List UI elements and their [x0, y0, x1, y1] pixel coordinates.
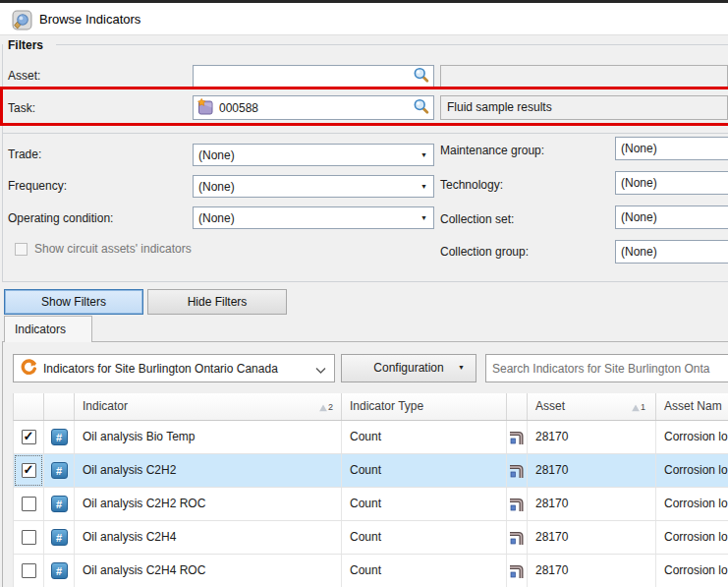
- header-icon-column[interactable]: [44, 393, 75, 420]
- table-row[interactable]: # Oil analysis C2H4 Count 28170 Corrosio…: [13, 521, 728, 555]
- asset-elbow-icon: [507, 488, 528, 520]
- collection-group-dropdown[interactable]: (None): [615, 240, 728, 264]
- row-checkbox-cell[interactable]: [14, 488, 44, 520]
- checkbox: [22, 563, 36, 578]
- asset-cell: 28170: [528, 421, 656, 453]
- column-header-asset[interactable]: Asset 1: [528, 393, 656, 420]
- collection-group-value: (None): [621, 245, 657, 259]
- indicator-cell: Oil analysis C2H2 ROC: [75, 488, 342, 520]
- browse-magnifier-icon: [12, 10, 32, 33]
- column-header-asset-name[interactable]: Asset Nam: [656, 393, 728, 420]
- tab-indicators[interactable]: Indicators: [4, 316, 92, 342]
- numeric-indicator-icon: #: [44, 555, 75, 587]
- indicator-cell: Oil analysis C2H4 ROC: [75, 555, 342, 587]
- asset-name-cell: Corrosion lo: [656, 454, 728, 487]
- trade-dropdown[interactable]: (None) ▼: [193, 144, 434, 166]
- browse-indicators-window: Browse Indicators Filters Asset: Task:: [0, 0, 728, 587]
- checkbox: [22, 430, 36, 444]
- frequency-value: (None): [198, 180, 235, 194]
- scope-selector-value: Indicators for Site Burlington Ontario C…: [43, 362, 278, 376]
- task-description-field: Fluid sample results: [440, 95, 728, 120]
- sort-ascending-icon: 1: [632, 402, 645, 411]
- indicator-cell: Oil analysis C2H4: [75, 521, 342, 554]
- asset-cell: 28170: [528, 521, 656, 554]
- asset-name-cell: Corrosion lo: [656, 421, 728, 453]
- checkbox: [22, 463, 36, 478]
- indicator-type-cell: Count: [342, 421, 507, 453]
- hide-filters-button[interactable]: Hide Filters: [147, 289, 287, 315]
- checkbox: [22, 530, 36, 545]
- collection-group-label: Collection group:: [440, 245, 529, 259]
- row-checkbox-cell[interactable]: [14, 421, 44, 453]
- maintenance-group-dropdown[interactable]: (None): [615, 137, 728, 160]
- indicator-cell: Oil analysis Bio Temp: [75, 421, 342, 453]
- header-checkbox-column[interactable]: [14, 393, 44, 420]
- indicator-type-cell: Count: [342, 488, 507, 520]
- trade-value: (None): [198, 148, 235, 162]
- technology-label: Technology:: [440, 178, 503, 192]
- asset-lookup-field[interactable]: [193, 65, 434, 88]
- column-header-indicator[interactable]: Indicator 2: [75, 393, 342, 420]
- chevron-down-icon: [315, 363, 326, 377]
- groupbox-top-line: [56, 44, 728, 45]
- table-row[interactable]: # Oil analysis Bio Temp Count 28170 Corr…: [13, 421, 728, 454]
- show-circuit-assets-label: Show circuit assets' indicators: [34, 242, 192, 256]
- asset-cell: 28170: [528, 454, 656, 487]
- show-filters-button[interactable]: Show Filters: [4, 289, 143, 315]
- show-circuit-assets-checkbox[interactable]: [15, 243, 28, 256]
- table-row[interactable]: # Oil analysis C2H2 Count 28170 Corrosio…: [13, 454, 728, 488]
- row-checkbox-cell[interactable]: [14, 454, 44, 487]
- table-row[interactable]: # Oil analysis C2H4 ROC Count 28170 Corr…: [13, 555, 728, 587]
- task-icon: [196, 97, 214, 118]
- collection-set-label: Collection set:: [440, 212, 514, 226]
- task-label: Task:: [8, 101, 35, 115]
- frequency-label: Frequency:: [8, 179, 67, 193]
- asset-name-cell: Corrosion lo: [656, 488, 728, 520]
- asset-elbow-icon: [507, 555, 528, 587]
- collection-set-value: (None): [621, 210, 657, 224]
- row-checkbox-cell[interactable]: [14, 521, 44, 554]
- checkbox: [22, 497, 36, 511]
- asset-cell: 28170: [528, 555, 656, 587]
- section-separator-line: [2, 133, 728, 134]
- row-checkbox-cell[interactable]: [14, 555, 44, 587]
- titlebar: Browse Indicators: [0, 0, 728, 35]
- operating-condition-value: (None): [198, 211, 235, 225]
- collection-set-dropdown[interactable]: (None): [615, 205, 728, 229]
- dropdown-arrow-icon: ▼: [420, 214, 427, 221]
- scope-selector-dropdown[interactable]: Indicators for Site Burlington Ontario C…: [13, 354, 335, 382]
- configuration-label: Configuration: [373, 361, 443, 375]
- technology-dropdown[interactable]: (None): [615, 171, 728, 195]
- indicator-type-cell: Count: [342, 555, 507, 587]
- dropdown-arrow-icon: ▼: [458, 354, 465, 381]
- indicator-type-cell: Count: [342, 454, 507, 487]
- asset-name-cell: Corrosion lo: [656, 521, 728, 554]
- configuration-button[interactable]: Configuration ▼: [341, 354, 476, 382]
- sort-ascending-icon: 2: [319, 402, 333, 411]
- numeric-indicator-icon: #: [44, 421, 75, 453]
- window-title: Browse Indicators: [39, 12, 140, 27]
- maintenance-group-label: Maintenance group:: [440, 144, 544, 157]
- column-header-indicator-type[interactable]: Indicator Type: [342, 393, 507, 420]
- maintenance-group-value: (None): [621, 142, 657, 155]
- numeric-indicator-icon: #: [44, 454, 75, 487]
- column-header-asset-icon[interactable]: [507, 393, 528, 420]
- numeric-indicator-icon: #: [44, 488, 75, 520]
- asset-elbow-icon: [507, 521, 528, 554]
- search-input[interactable]: [485, 354, 728, 382]
- asset-cell: 28170: [528, 488, 656, 520]
- trade-label: Trade:: [8, 147, 41, 161]
- filters-group-label: Filters: [8, 38, 43, 52]
- search-icon[interactable]: [413, 98, 429, 118]
- asset-elbow-icon: [507, 421, 528, 453]
- task-lookup-field[interactable]: 000588: [193, 95, 434, 120]
- table-row[interactable]: # Oil analysis C2H2 ROC Count 28170 Corr…: [13, 488, 728, 521]
- frequency-dropdown[interactable]: (None) ▼: [193, 175, 434, 198]
- indicator-cell: Oil analysis C2H2: [75, 454, 342, 487]
- operating-condition-dropdown[interactable]: (None) ▼: [193, 206, 434, 229]
- task-value: 000588: [219, 101, 258, 115]
- dropdown-arrow-icon: ▼: [420, 151, 427, 158]
- groupbox-bottom-line: [2, 281, 728, 282]
- search-icon[interactable]: [413, 67, 429, 87]
- technology-value: (None): [621, 176, 657, 190]
